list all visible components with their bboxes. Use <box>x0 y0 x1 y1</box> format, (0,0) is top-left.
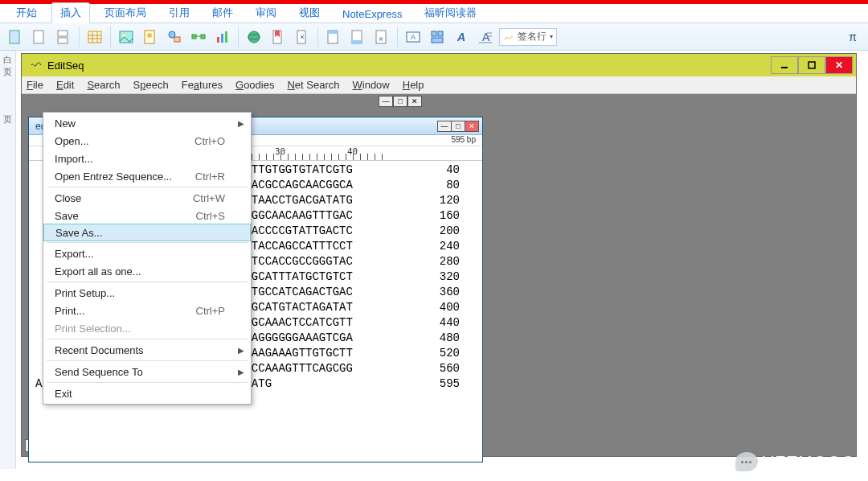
menu-window[interactable]: Window <box>352 79 389 91</box>
page-number-icon[interactable]: # <box>371 27 392 47</box>
svg-rect-26 <box>328 31 338 34</box>
menu-item-print-setup[interactable]: Print Setup... <box>43 284 251 302</box>
maximize-button[interactable] <box>798 56 825 74</box>
watermark-text: VETMOOC <box>763 453 855 471</box>
editseq-main-window: EditSeq ✕ File Edit Search Speech Featur… <box>21 53 857 457</box>
svg-rect-16 <box>201 35 205 39</box>
menu-item-send-sequence-to[interactable]: Send Sequence To▶ <box>43 363 251 380</box>
tab-mail[interactable]: 邮件 <box>204 3 241 23</box>
seq-minimize-button[interactable]: — <box>437 121 452 132</box>
svg-text:π: π <box>849 31 857 43</box>
table-icon[interactable] <box>84 27 105 47</box>
bg-close-button[interactable]: ✕ <box>407 96 422 107</box>
menu-goodies[interactable]: Goodies <box>235 79 274 91</box>
menu-item-save-as[interactable]: Save As... <box>43 224 251 241</box>
seq-close-button[interactable]: ✕ <box>465 121 479 132</box>
crossref-icon[interactable] <box>292 27 313 47</box>
separator <box>397 27 398 47</box>
bg-maximize-button[interactable]: □ <box>393 96 407 107</box>
tab-noteexpress[interactable]: NoteExpress <box>334 6 410 23</box>
smartart-icon[interactable] <box>188 27 209 47</box>
svg-point-10 <box>122 34 125 37</box>
menu-item-new[interactable]: New▶ <box>43 114 251 132</box>
menu-item-open-entrez-sequence[interactable]: Open Entrez Sequence...Ctrl+R <box>43 167 251 185</box>
menu-edit[interactable]: Edit <box>56 79 74 91</box>
tab-insert[interactable]: 插入 <box>51 2 90 23</box>
menu-separator <box>47 339 248 339</box>
svg-rect-33 <box>432 31 436 36</box>
editseq-workspace: — □ ✕ eq : SEQUENCE — □ ✕ 595 bp 30 40 T… <box>22 94 856 456</box>
bookmark-icon[interactable] <box>268 27 289 47</box>
tab-references[interactable]: 引用 <box>161 3 198 23</box>
svg-rect-1 <box>34 31 43 43</box>
svg-rect-0 <box>10 31 19 43</box>
menu-item-import[interactable]: Import... <box>43 150 251 167</box>
svg-point-21 <box>248 31 260 43</box>
hyperlink-icon[interactable] <box>244 27 264 47</box>
menu-item-close[interactable]: CloseCtrl+W <box>43 189 251 207</box>
word-ribbon-tabs: 开始 插入 页面布局 引用 邮件 审阅 视图 NoteExpress 福昕阅读器 <box>0 4 868 23</box>
menu-speech[interactable]: Speech <box>133 79 169 91</box>
watermark: VETMOOC <box>735 452 855 471</box>
svg-rect-19 <box>221 34 223 43</box>
editseq-titlebar[interactable]: EditSeq ✕ <box>22 54 856 76</box>
menu-item-recent-documents[interactable]: Recent Documents▶ <box>43 341 251 359</box>
svg-rect-18 <box>217 37 219 43</box>
svg-rect-34 <box>438 31 443 36</box>
picture-icon[interactable] <box>116 27 137 47</box>
dropcap-icon[interactable]: A <box>475 27 496 47</box>
separator <box>110 27 111 47</box>
menu-item-exit[interactable]: Exit <box>43 384 251 402</box>
close-button[interactable]: ✕ <box>825 56 853 74</box>
editseq-app-icon <box>30 59 43 72</box>
page-break-icon[interactable] <box>53 27 74 47</box>
menu-separator <box>47 382 248 383</box>
menu-item-open[interactable]: Open...Ctrl+O <box>43 132 251 150</box>
svg-rect-14 <box>174 37 180 42</box>
svg-point-12 <box>147 33 152 38</box>
chat-bubble-icon <box>735 452 758 471</box>
svg-rect-24 <box>297 31 305 43</box>
menu-item-save[interactable]: SaveCtrl+S <box>43 207 251 224</box>
menu-netsearch[interactable]: Net Search <box>287 79 339 91</box>
svg-text:A: A <box>482 31 490 43</box>
header-icon[interactable] <box>323 27 344 47</box>
menu-item-export[interactable]: Export... <box>43 245 251 262</box>
menu-item-print-selection: Print Selection... <box>43 319 251 337</box>
bg-minimize-button[interactable]: — <box>379 96 393 107</box>
menu-separator <box>47 360 248 361</box>
footer-icon[interactable] <box>347 27 368 47</box>
chart-icon[interactable] <box>212 27 233 47</box>
tab-foxit[interactable]: 福昕阅读器 <box>416 3 485 23</box>
quickparts-icon[interactable] <box>427 27 448 47</box>
tab-start[interactable]: 开始 <box>8 3 45 23</box>
equation-icon[interactable]: π <box>842 27 863 47</box>
minimize-button[interactable] <box>771 56 798 74</box>
blank-page-icon[interactable] <box>29 27 50 47</box>
wordart-icon[interactable]: A <box>451 27 472 47</box>
shapes-icon[interactable] <box>164 27 185 47</box>
seq-maximize-button[interactable]: □ <box>451 121 465 132</box>
cover-page-icon[interactable] <box>5 27 26 47</box>
separator <box>317 27 318 47</box>
textbox-icon[interactable]: A <box>403 27 424 47</box>
signature-line-combo[interactable]: 签名行▾ <box>499 28 557 46</box>
menu-separator <box>47 282 248 282</box>
menu-file[interactable]: File <box>27 79 43 91</box>
clipart-icon[interactable] <box>140 27 161 47</box>
menu-search[interactable]: Search <box>87 79 120 91</box>
tab-review[interactable]: 审阅 <box>248 3 285 23</box>
svg-rect-2 <box>58 31 68 36</box>
window-controls: ✕ <box>771 56 853 74</box>
file-dropdown-menu: New▶Open...Ctrl+OImport...Open Entrez Se… <box>43 112 252 405</box>
svg-rect-4 <box>88 31 101 43</box>
background-window-controls: — □ ✕ <box>247 94 422 109</box>
menu-item-export-all-as-one[interactable]: Export all as one... <box>43 262 251 280</box>
tab-layout[interactable]: 页面布局 <box>96 3 154 23</box>
menu-help[interactable]: Help <box>403 79 424 91</box>
svg-rect-15 <box>192 35 196 39</box>
word-ribbon: # A A A 签名行▾ π <box>0 23 868 51</box>
menu-features[interactable]: Features <box>182 79 223 91</box>
tab-view[interactable]: 视图 <box>291 3 328 23</box>
menu-item-print[interactable]: Print...Ctrl+P <box>43 302 251 319</box>
